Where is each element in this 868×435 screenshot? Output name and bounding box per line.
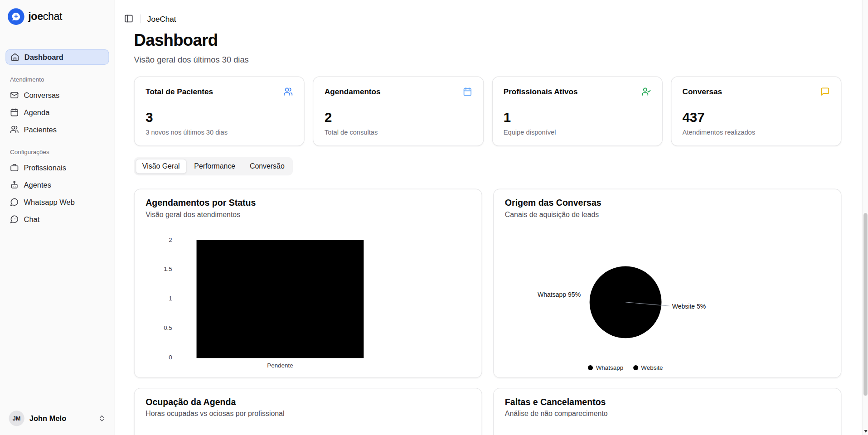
- sidebar-item-conversas[interactable]: Conversas: [5, 87, 109, 103]
- chart-subtitle: Horas ocupadas vs ociosas por profission…: [145, 410, 470, 418]
- sidebar-item-label: Conversas: [24, 91, 60, 99]
- chart-subtitle: Canais de aquisição de leads: [505, 210, 830, 218]
- user-name: John Melo: [29, 414, 93, 422]
- mail-icon: [10, 91, 19, 100]
- legend-label: Website: [641, 364, 663, 371]
- y-tick: 0.5: [145, 324, 172, 331]
- topbar: JoeChat: [115, 0, 862, 23]
- chart-title: Ocupação da Agenda: [145, 397, 470, 407]
- stat-title: Profissionais Ativos: [504, 87, 578, 96]
- main-area: JoeChat Dashboard Visão geral dos último…: [115, 0, 862, 435]
- y-tick: 1.5: [145, 266, 172, 272]
- pie-legend: Whatsapp Website: [505, 364, 746, 371]
- message-square-icon: [820, 87, 830, 97]
- page-title: Dashboard: [134, 31, 842, 50]
- home-icon: [10, 53, 19, 62]
- topbar-divider: [140, 14, 141, 23]
- stat-card-total-pacientes: Total de Pacientes 3 3 novos nos últimos…: [134, 77, 305, 146]
- tab-visao-geral[interactable]: Visão Geral: [136, 159, 186, 174]
- card-ocupacao-da-agenda: Ocupação da Agenda Horas ocupadas vs oci…: [134, 388, 482, 435]
- sidebar-item-label: Agenda: [24, 108, 50, 116]
- charts-row: Agendamentos por Status Visão geral dos …: [134, 188, 842, 378]
- y-tick: 2: [145, 236, 172, 243]
- calendar-icon: [10, 108, 19, 117]
- stat-card-agendamentos: Agendamentos 2 Total de consultas: [313, 77, 483, 146]
- sidebar-item-profissionais[interactable]: Profissionais: [5, 160, 109, 175]
- stat-value: 3: [145, 111, 293, 124]
- bar-chart: 2 1.5 1 0.5 0 Pendente: [145, 227, 470, 377]
- stat-value: 437: [683, 111, 830, 124]
- logo-chat-icon: [8, 8, 24, 25]
- breadcrumb[interactable]: JoeChat: [147, 14, 176, 23]
- sidebar-section-configuracoes: Configurações: [10, 148, 105, 155]
- app-logo[interactable]: joechat: [0, 0, 115, 32]
- tab-performance[interactable]: Performance: [188, 159, 242, 174]
- sidebar-item-pacientes[interactable]: Pacientes: [5, 122, 109, 137]
- y-tick: 1: [145, 295, 172, 302]
- dashboard-content: Dashboard Visão geral dos últimos 30 dia…: [115, 31, 862, 435]
- sidebar-item-chat[interactable]: Chat: [5, 212, 109, 227]
- stat-caption: Total de consultas: [325, 128, 472, 136]
- stat-value: 2: [325, 111, 472, 124]
- chart-title: Origem das Conversas: [505, 198, 830, 208]
- pie-slice-whatsapp[interactable]: [590, 266, 662, 338]
- scrollbar-thumb[interactable]: [863, 213, 868, 396]
- y-tick: 0: [145, 353, 172, 360]
- user-menu[interactable]: JM John Melo: [5, 408, 109, 428]
- sidebar: joechat Dashboard Atendimento Conversas: [0, 0, 115, 435]
- legend-item-website[interactable]: Website: [633, 364, 663, 371]
- tab-conversao[interactable]: Conversão: [243, 159, 291, 174]
- card-origem-das-conversas: Origem das Conversas Canais de aquisição…: [493, 188, 841, 378]
- stat-title: Agendamentos: [325, 87, 381, 96]
- stats-row: Total de Pacientes 3 3 novos nos últimos…: [134, 77, 842, 146]
- sidebar-item-whatsapp-web[interactable]: Whatsapp Web: [5, 194, 109, 210]
- sidebar-item-label: Chat: [24, 215, 40, 223]
- dashboard-tabs: Visão Geral Performance Conversão: [134, 157, 293, 175]
- vertical-scrollbar: [862, 0, 868, 435]
- bottom-cards-row: Ocupação da Agenda Horas ocupadas vs oci…: [134, 388, 842, 435]
- avatar: JM: [9, 411, 24, 426]
- stat-value: 1: [504, 111, 651, 124]
- chart-subtitle: Análise de não comparecimento: [505, 410, 830, 418]
- sidebar-toggle-icon[interactable]: [124, 14, 134, 24]
- pie-label-website: Website 5%: [672, 303, 706, 310]
- sidebar-item-label: Profissionais: [24, 164, 66, 172]
- stat-caption: 3 novos nos últimos 30 dias: [145, 128, 293, 136]
- chart-title: Faltas e Cancelamentos: [505, 397, 830, 407]
- sidebar-item-label: Whatsapp Web: [24, 198, 75, 206]
- bar-pendente[interactable]: [197, 240, 364, 358]
- users-icon: [284, 87, 293, 97]
- x-axis-label: Pendente: [197, 362, 364, 369]
- calendar-icon: [462, 87, 472, 97]
- stat-card-conversas: Conversas 437 Atendimentos realizados: [671, 77, 841, 146]
- legend-item-whatsapp[interactable]: Whatsapp: [588, 364, 624, 371]
- stat-card-profissionais-ativos: Profissionais Ativos 1 Equipe disponível: [492, 77, 662, 146]
- chat-bubble-icon: [10, 215, 19, 224]
- sidebar-item-agentes[interactable]: Agentes: [5, 177, 109, 193]
- pie-chart: Whatsapp 95% Website 5% Whatsapp Website: [505, 227, 830, 377]
- pie-leader-line: [505, 227, 831, 377]
- chart-title: Agendamentos por Status: [145, 198, 470, 208]
- scroll-down-arrow-icon[interactable]: [863, 428, 868, 435]
- stat-caption: Equipe disponível: [504, 128, 651, 136]
- sidebar-item-dashboard[interactable]: Dashboard: [5, 49, 109, 65]
- message-circle-icon: [10, 198, 19, 207]
- brand-name: joechat: [28, 10, 62, 23]
- card-faltas-e-cancelamentos: Faltas e Cancelamentos Análise de não co…: [493, 388, 841, 435]
- users-icon: [10, 125, 19, 134]
- sidebar-item-label: Pacientes: [24, 126, 57, 134]
- legend-label: Whatsapp: [596, 364, 623, 371]
- stat-title: Total de Pacientes: [145, 87, 213, 96]
- sidebar-item-label: Agentes: [24, 181, 52, 189]
- sidebar-nav: Dashboard Atendimento Conversas Agenda: [0, 32, 115, 227]
- sidebar-item-agenda[interactable]: Agenda: [5, 105, 109, 120]
- sidebar-section-atendimento: Atendimento: [10, 76, 105, 82]
- sidebar-item-label: Dashboard: [24, 53, 63, 61]
- legend-dot-icon: [633, 365, 638, 370]
- bot-icon: [10, 180, 19, 189]
- chevrons-up-down-icon: [98, 415, 106, 422]
- app-viewport: joechat Dashboard Atendimento Conversas: [0, 0, 868, 435]
- card-agendamentos-por-status: Agendamentos por Status Visão geral dos …: [134, 188, 482, 378]
- chart-subtitle: Visão geral dos atendimentos: [145, 210, 470, 218]
- stat-title: Conversas: [683, 87, 722, 96]
